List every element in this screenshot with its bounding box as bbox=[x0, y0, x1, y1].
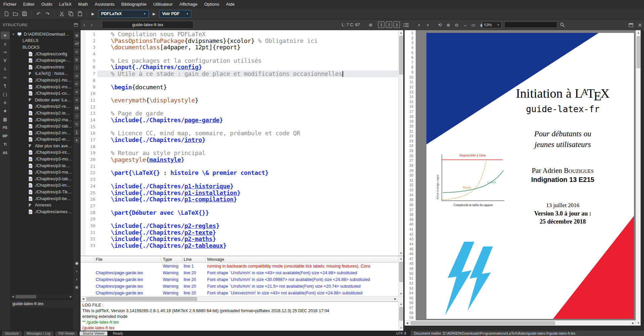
menu-outils[interactable]: Outils bbox=[38, 0, 56, 8]
menu-aide[interactable]: Aide bbox=[223, 0, 238, 8]
bold-button[interactable]: B bbox=[74, 56, 80, 63]
structure-tab[interactable]: ≡ bbox=[1, 32, 10, 39]
code-line[interactable]: 2\PassOptionsToPackage{dvipsnames}{xcolo… bbox=[81, 38, 403, 44]
structure-item-labels[interactable]: LABELS bbox=[10, 38, 73, 44]
detach-panel-icon[interactable] bbox=[74, 23, 78, 27]
pdf-line-number[interactable]: 59 bbox=[405, 315, 416, 320]
pdf-line-number[interactable]: 26 bbox=[405, 153, 416, 158]
code-line[interactable]: 14\include{./Chapitres/page-garde} bbox=[81, 117, 403, 124]
view-selector[interactable]: Voir PDF ▼ bbox=[159, 10, 191, 18]
menu-latex[interactable]: LaTeX bbox=[56, 0, 75, 8]
code-line[interactable]: 17\include{./Chapitres/intro} bbox=[81, 137, 403, 143]
pdf-line-number[interactable]: 51 bbox=[405, 276, 416, 281]
message-line[interactable]: line 20 bbox=[182, 271, 205, 275]
align-left-button[interactable]: ≡ bbox=[74, 88, 80, 95]
scrollbar-thumb[interactable] bbox=[399, 262, 403, 282]
scroll-up-icon[interactable]: ▲ bbox=[399, 30, 403, 35]
pdf-line-number[interactable]: 50 bbox=[405, 271, 416, 276]
most-used-tab[interactable]: ★ bbox=[1, 107, 10, 115]
log-vscrollbar[interactable]: ▲ ▼ bbox=[398, 301, 403, 331]
scroll-up-icon[interactable]: ▲ bbox=[399, 301, 404, 306]
message-line[interactable]: line 1 bbox=[182, 264, 205, 269]
code-line[interactable]: 32\include{./Chapitres/p2-maths} bbox=[81, 236, 403, 242]
scrollbar-thumb[interactable] bbox=[399, 307, 403, 321]
structure-item-annexes[interactable]: PAnnexes bbox=[10, 202, 73, 208]
code-line[interactable]: 21 bbox=[81, 163, 403, 170]
pdf-line-number[interactable]: 35 bbox=[405, 197, 416, 202]
previous-message-icon[interactable]: ‹ bbox=[74, 276, 80, 283]
menu-editer[interactable]: Editer bbox=[20, 0, 38, 8]
scroll-left-icon[interactable]: ◀ bbox=[81, 296, 86, 301]
pdf-vscrollbar[interactable]: ▲ ▼ bbox=[636, 30, 641, 326]
messages-column-header[interactable]: File bbox=[94, 256, 161, 262]
save-button[interactable] bbox=[20, 10, 29, 18]
scroll-down-icon[interactable]: ▼ bbox=[399, 251, 403, 256]
pdf-search-input[interactable] bbox=[504, 21, 557, 28]
structure-item-chapitres-p3-int[interactable]: ./Chapitres/p3-int… bbox=[10, 149, 73, 156]
code-line[interactable]: 18 bbox=[81, 143, 403, 150]
messages-hscrollbar[interactable]: ◀ ▶ bbox=[81, 296, 403, 301]
code-line[interactable]: 11\everymath{\displaystyle} bbox=[81, 97, 403, 104]
pdf-line-number[interactable]: 42 bbox=[405, 232, 416, 237]
pdf-line-number[interactable]: 13 bbox=[405, 90, 416, 95]
pdf-line-number[interactable]: 39 bbox=[405, 217, 416, 222]
pdf-line-number[interactable]: 33 bbox=[405, 188, 416, 193]
structure-item-chapitres-page[interactable]: ./Chapitres/page-… bbox=[10, 57, 73, 64]
open-file-list-item[interactable]: guide-latex-fr.tex bbox=[10, 300, 73, 307]
cut-button[interactable] bbox=[57, 10, 66, 18]
bookmark-2-button[interactable]: 2 bbox=[386, 21, 392, 28]
detach-viewer-icon[interactable] bbox=[629, 22, 633, 29]
code-line[interactable]: 4 bbox=[81, 51, 403, 57]
run-compile-button[interactable]: ▶ bbox=[90, 12, 96, 16]
messages-column-header[interactable]: Message bbox=[205, 256, 403, 262]
refresh-icon[interactable]: ⟲ bbox=[436, 21, 443, 28]
font-button[interactable]: A bbox=[74, 48, 80, 55]
zoom-out-icon[interactable]: ⊖ bbox=[453, 21, 460, 28]
redo-button[interactable]: ↷ bbox=[43, 10, 52, 18]
code-line[interactable]: 22\part{\LaTeX{} : histoire \& premier c… bbox=[81, 170, 403, 176]
pdf-line-number[interactable]: 36 bbox=[405, 202, 416, 207]
structure-item-blocks[interactable]: BLOCKS bbox=[10, 44, 73, 51]
metapost-tab[interactable]: MP bbox=[1, 132, 10, 140]
structure-hscrollbar[interactable]: ◀ ▶ bbox=[10, 294, 73, 299]
message-row[interactable]: Chapitres/page-garde.texWarningline 20Fo… bbox=[81, 283, 403, 290]
compile-selector[interactable]: PDFLaTeX ▼ bbox=[98, 10, 149, 18]
pdf-line-number[interactable]: 23 bbox=[405, 139, 416, 144]
undo-button[interactable]: ↶ bbox=[34, 10, 43, 18]
italic-button[interactable]: I bbox=[74, 64, 80, 71]
previous-icon[interactable]: ∧ bbox=[418, 19, 420, 30]
math-mode-button[interactable]: $$ bbox=[74, 104, 80, 111]
structure-item-chapitres-p3-tab[interactable]: ./Chapitres/p3-tab… bbox=[10, 176, 73, 182]
code-area[interactable]: 1% Compilation sous PDFLaTeX2\PassOption… bbox=[81, 31, 403, 249]
pdf-line-number[interactable]: 12 bbox=[405, 85, 416, 90]
block-list-icon[interactable] bbox=[404, 22, 409, 29]
pdf-line-number[interactable]: 38 bbox=[405, 212, 416, 217]
sqrt-button[interactable]: √ bbox=[74, 112, 80, 119]
scroll-right-icon[interactable]: ▶ bbox=[631, 321, 636, 326]
new-file-button[interactable] bbox=[2, 10, 10, 18]
code-line[interactable]: 27 bbox=[81, 203, 403, 209]
code-line[interactable]: 7% Utile à ce stade : gain de place et m… bbox=[81, 70, 403, 77]
pdf-line-number[interactable]: 19 bbox=[405, 119, 416, 124]
messages-vscrollbar[interactable]: ▲ ▼ bbox=[398, 256, 403, 296]
scrollbar-thumb[interactable] bbox=[15, 295, 36, 298]
code-line[interactable]: 5% Les packages et la configuration util… bbox=[81, 57, 403, 64]
paste-button[interactable] bbox=[76, 10, 84, 18]
scroll-down-icon[interactable]: ▼ bbox=[399, 291, 404, 296]
code-line[interactable]: 28\part{Débuter avec \LaTeX{}} bbox=[81, 209, 403, 216]
pdf-line-number[interactable]: 29 bbox=[405, 168, 416, 173]
structure-item-chapitres-p3-im[interactable]: ./Chapitres/p3-im… bbox=[10, 182, 73, 189]
structure-item-aller-plus-loin-ave[interactable]: PAller plus loin ave… bbox=[10, 143, 73, 149]
pdf-line-number[interactable]: 54 bbox=[405, 291, 416, 296]
pdf-line-number[interactable]: 58 bbox=[405, 310, 416, 316]
code-line[interactable]: 10 bbox=[81, 90, 403, 97]
structure-item-latex-histoi[interactable]: P\LaTeX{} : histoi… bbox=[10, 70, 73, 77]
structure-item-chapitres-p2-te[interactable]: ./Chapitres/p2-te… bbox=[10, 110, 73, 116]
code-line[interactable]: 30\include{./Chapitres/p2-regles} bbox=[81, 223, 403, 229]
zoom-in-icon[interactable]: ⊕ bbox=[445, 21, 452, 28]
code-line[interactable]: 16% Licence CC, mind map, sommaire, préa… bbox=[81, 130, 403, 137]
editor-vscrollbar[interactable]: ▲ ▼ bbox=[398, 30, 403, 256]
presentation-icon[interactable]: ▭ bbox=[470, 21, 477, 28]
messages-column-header[interactable]: Line bbox=[182, 256, 205, 262]
status-tab-structure[interactable]: Structure bbox=[2, 331, 22, 336]
